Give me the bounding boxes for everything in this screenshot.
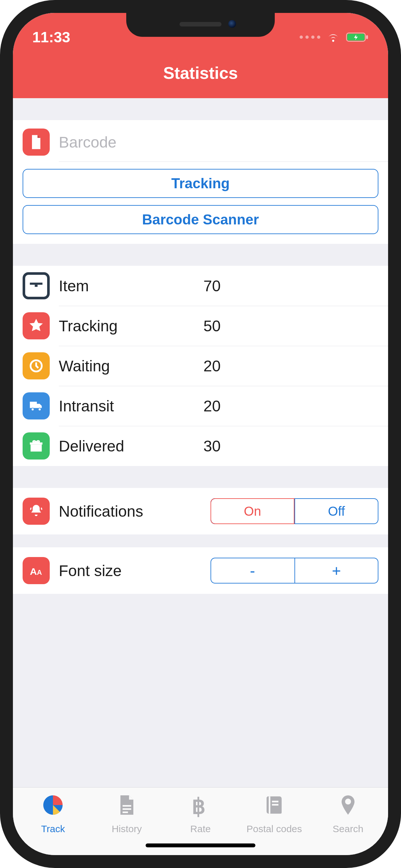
content: Tracking Barcode Scanner Item 70 Trackin… — [13, 98, 388, 787]
home-indicator[interactable] — [146, 843, 255, 847]
tab-label: Rate — [190, 824, 211, 834]
tab-history[interactable]: History — [90, 792, 163, 852]
notifications-toggle: On Off — [211, 498, 378, 524]
screen: 11:33 Statistic — [13, 13, 388, 855]
svg-text:A: A — [37, 568, 42, 577]
page-title: Statistics — [13, 52, 388, 98]
bitcoin-icon: ฿ — [188, 792, 213, 820]
stats-section: Item 70 Tracking 50 Waiting 20 — [13, 266, 388, 466]
svg-rect-1 — [366, 35, 368, 39]
stat-value: 70 — [204, 277, 220, 295]
svg-rect-15 — [122, 811, 128, 813]
divider — [59, 161, 388, 162]
fontsize-increase[interactable]: + — [295, 558, 378, 584]
font-size-icon: AA — [23, 557, 50, 584]
pie-chart-icon — [40, 792, 66, 820]
truck-icon — [23, 392, 50, 420]
tab-label: Track — [41, 824, 65, 834]
stat-label: Tracking — [59, 317, 194, 335]
stat-row-delivered[interactable]: Delivered 30 — [13, 426, 388, 466]
stat-label: Item — [59, 277, 194, 295]
svg-text:฿: ฿ — [192, 795, 206, 818]
document-icon — [23, 128, 50, 156]
tab-label: Search — [333, 824, 363, 834]
tab-postal-codes[interactable]: Postal codes — [237, 792, 311, 852]
tab-label: Postal codes — [247, 824, 302, 834]
fontsize-control: - + — [211, 558, 378, 584]
svg-point-8 — [38, 408, 41, 411]
stat-label: Delivered — [59, 437, 194, 455]
wifi-icon — [326, 30, 340, 44]
stat-value: 30 — [204, 437, 220, 455]
stat-row-item[interactable]: Item 70 — [13, 266, 388, 306]
svg-rect-14 — [122, 808, 131, 810]
tab-label: History — [112, 824, 142, 834]
status-time: 11:33 — [32, 28, 70, 46]
cellular-dots-icon — [300, 35, 320, 39]
status-right — [300, 30, 369, 44]
fontsize-row: AA Font size - + — [13, 547, 388, 594]
stat-label: Waiting — [59, 357, 194, 375]
svg-rect-13 — [122, 805, 131, 807]
stat-value: 50 — [204, 317, 220, 335]
svg-rect-18 — [272, 801, 279, 802]
setting-label: Notifications — [59, 502, 202, 520]
bell-icon — [23, 498, 50, 525]
gap — [13, 534, 388, 547]
gift-icon — [23, 432, 50, 460]
fontsize-decrease[interactable]: - — [211, 558, 295, 584]
setting-label: Font size — [59, 562, 202, 580]
star-icon — [23, 312, 50, 339]
stat-value: 20 — [204, 357, 220, 375]
tracking-button[interactable]: Tracking — [23, 169, 378, 198]
stat-label: Intransit — [59, 397, 194, 415]
notifications-off[interactable]: Off — [295, 498, 378, 524]
notch — [126, 11, 275, 37]
book-icon — [261, 792, 287, 820]
tab-track[interactable]: Track — [16, 792, 90, 852]
barcode-scanner-button[interactable]: Barcode Scanner — [23, 205, 378, 234]
barcode-input-row — [13, 120, 388, 161]
stat-row-intransit[interactable]: Intransit 20 — [13, 386, 388, 426]
stat-row-waiting[interactable]: Waiting 20 — [13, 346, 388, 386]
box-icon — [23, 272, 50, 299]
notifications-row: Notifications On Off — [13, 488, 388, 534]
svg-rect-19 — [272, 804, 279, 806]
svg-rect-17 — [269, 796, 271, 813]
svg-point-7 — [31, 408, 34, 411]
tab-search[interactable]: Search — [311, 792, 385, 852]
notifications-on[interactable]: On — [211, 498, 295, 524]
settings-section: Notifications On Off AA Font size — [13, 488, 388, 594]
tab-rate[interactable]: ฿ Rate — [164, 792, 237, 852]
svg-rect-9 — [31, 445, 42, 452]
document-icon — [114, 792, 140, 820]
battery-charging-icon — [346, 32, 369, 42]
clock-icon — [23, 352, 50, 379]
stat-value: 20 — [204, 397, 220, 415]
location-pin-icon — [335, 792, 361, 820]
barcode-section: Tracking Barcode Scanner — [13, 120, 388, 244]
barcode-input[interactable] — [59, 133, 378, 151]
svg-text:A: A — [30, 566, 37, 577]
stat-row-tracking[interactable]: Tracking 50 — [13, 306, 388, 346]
device-frame: 11:33 Statistic — [0, 0, 401, 868]
